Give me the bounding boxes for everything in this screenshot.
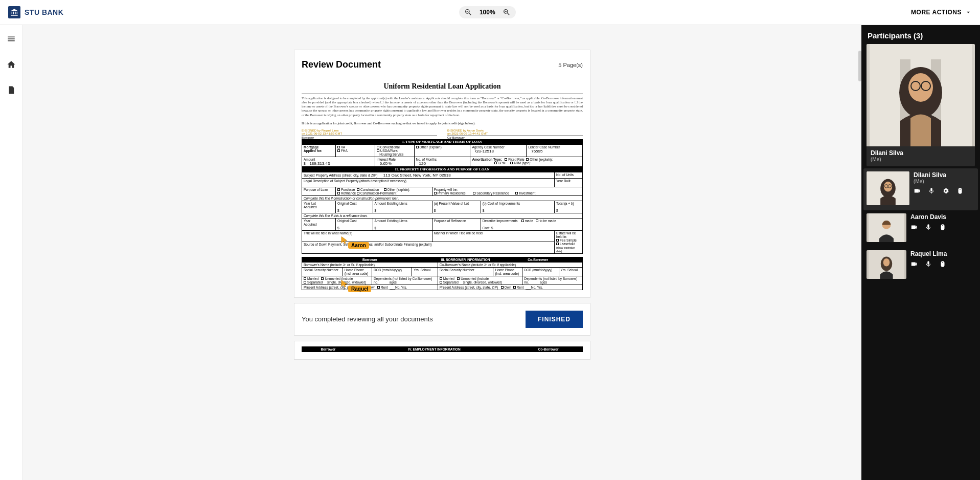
describeimprov: Describe Improvements	[483, 219, 518, 223]
zoom-in-button[interactable]	[503, 8, 511, 16]
participant-name: Aaron Davis	[910, 213, 975, 221]
noyrs1: No. Yrs.	[395, 286, 407, 289]
titleheld: Title will be held in what Name(s)	[304, 231, 352, 235]
months-lbl: No. of Months	[416, 158, 437, 161]
yrs1: Yrs. School	[414, 268, 430, 272]
ssn1: Social Security Number	[304, 268, 338, 272]
mouse-icon[interactable]	[939, 224, 946, 231]
finished-button[interactable]: FINISHED	[526, 311, 583, 328]
participant-row[interactable]: Raquel Lima	[861, 247, 980, 284]
mic-icon[interactable]	[925, 224, 932, 231]
gear-icon[interactable]	[942, 187, 949, 194]
participant-name: Raquel Lima	[910, 250, 975, 257]
main-participant-name: Dilani Silva	[871, 149, 971, 157]
menu-button[interactable]	[7, 34, 16, 46]
person-placeholder-icon	[867, 250, 906, 279]
rent1: Rent	[381, 286, 388, 289]
document-viewport[interactable]: Review Document 5 Page(s) Uniform Reside…	[23, 25, 861, 480]
totalab: Total (a + b)	[556, 202, 574, 205]
unmarried2b: single, divorced, widowed)	[463, 280, 502, 284]
opt-conv: Conventional	[380, 145, 400, 149]
opt-other3: Other (explain):	[388, 188, 411, 191]
mouse-icon[interactable]	[956, 187, 964, 194]
area2: (incl. area code)	[495, 272, 519, 275]
camera-icon[interactable]	[910, 224, 918, 231]
mic-icon[interactable]	[928, 187, 935, 194]
brand: STU BANK	[8, 6, 63, 18]
opt-va: VA	[341, 145, 345, 149]
feesimple: Fee Simple	[560, 238, 577, 242]
opt-investment: Investment	[519, 191, 535, 195]
sec4: IV. EMPLOYMENT INFORMATION	[408, 347, 460, 351]
b-hdr-2: Borrower	[321, 347, 335, 351]
agency-val: GS-12518	[472, 149, 493, 154]
scrollbar[interactable]	[858, 51, 861, 81]
cbname: Co-Borrower's Name (include Jr. or Sr. i…	[440, 263, 516, 267]
origcost: Original Cost	[337, 202, 357, 205]
camera-icon[interactable]	[914, 187, 921, 194]
acquired: Acquired	[304, 205, 317, 209]
opt-fixed: Fixed Rate	[508, 158, 524, 161]
participants-heading: Participants (3)	[861, 25, 980, 44]
yearlot: Year Lot	[304, 202, 316, 205]
zoom-out-button[interactable]	[464, 8, 472, 16]
card-title: Review Document	[302, 59, 381, 70]
document-button[interactable]	[7, 85, 16, 97]
opt-usda: USDA/Rural	[380, 149, 398, 152]
svg-point-4	[908, 73, 933, 102]
refi-note: Complete this line if this is a refinanc…	[304, 214, 368, 217]
mannertitle: Manner in which Title will be held	[434, 231, 483, 235]
zoom-out-icon	[464, 8, 472, 16]
borrower-esig-ts: on 2021-06-02 13:41:53 GMT	[302, 132, 437, 135]
estatelbl: Estate will be held in:	[556, 231, 576, 238]
next-page-card: Borrower IV. EMPLOYMENT INFORMATION Co-B…	[294, 341, 590, 360]
main-video-tile: Dilani Silva (Me)	[867, 44, 975, 166]
mortgage-lbl: Mortgage	[304, 145, 318, 149]
main-video-feed	[867, 44, 975, 146]
bank-icon	[10, 8, 18, 16]
more-actions-button[interactable]: MORE ACTIONS	[911, 9, 972, 16]
opt-made: made	[525, 219, 533, 223]
opt-gpm: GPM	[498, 161, 506, 165]
camera-icon[interactable]	[910, 260, 918, 268]
own2: Own	[505, 286, 511, 289]
remote-cursor-raquel: Raquel	[340, 278, 371, 292]
area1: (incl. area code)	[345, 272, 369, 275]
mic-icon[interactable]	[925, 260, 932, 268]
applied-for-lbl: Applied for:	[304, 149, 322, 152]
section-1-bar: I. TYPE OF MORTGAGE AND TERMS OF LOAN	[302, 139, 583, 144]
months-val: 120	[416, 161, 426, 166]
ages2: ages	[540, 280, 547, 284]
addr-lbl: Subject Property Address (street, city, …	[304, 173, 377, 177]
participant-row[interactable]: Aaron Davis	[861, 210, 980, 247]
unmarried2a: Unmarried (include	[461, 277, 489, 280]
bname: Borrower's Name (include Jr. or Sr. if a…	[304, 263, 375, 267]
leasehold-note: (show expiration date)	[556, 246, 575, 253]
participant-row[interactable]: Dilani Silva (Me)	[863, 168, 978, 210]
opt-secondary: Secondary Residence	[476, 191, 509, 195]
opt-refinance: Refinance	[341, 191, 356, 195]
opt-tobemade: to be made	[539, 219, 556, 223]
opt-other2: Other (explain):	[530, 158, 553, 161]
opt-fha: FHA	[341, 149, 348, 152]
page-count: 5 Page(s)	[558, 62, 583, 68]
coborrower-hdr: Co-Borrower	[528, 258, 548, 261]
brand-text: STU BANK	[25, 8, 63, 16]
remote-cursor-aaron: Aaron	[340, 235, 369, 249]
borrower-signature: E-SIGNED by Raquel Lima on 2021-06-02 13…	[302, 129, 437, 139]
sec3: III. BORROWER INFORMATION	[441, 258, 490, 261]
cursor-tag-raquel: Raquel	[348, 286, 371, 292]
coborrower-signature: E-SIGNED by Aaron Davis on 2021-06-02 13…	[447, 129, 583, 139]
no1: no.	[374, 280, 378, 284]
intro-paragraph: This application is designed to be compl…	[302, 96, 583, 117]
mouse-icon[interactable]	[939, 260, 946, 268]
deps2: Dependents (not listed by Borrower)	[524, 277, 577, 280]
participants-panel: Participants (3) Dilani Silva (Me)	[861, 25, 980, 480]
participants-list: Dilani Silva (Me) Aaron Davis	[861, 168, 980, 284]
coborrower-esig-ts: on 2021-06-02 13:44:41 GMT	[447, 132, 583, 135]
main-video-meta: Dilani Silva (Me)	[867, 146, 975, 166]
separated1: Separated	[307, 280, 323, 284]
leasehold: Leasehold	[560, 242, 575, 246]
units-lbl: No. of Units	[556, 173, 574, 177]
home-button[interactable]	[7, 60, 16, 71]
